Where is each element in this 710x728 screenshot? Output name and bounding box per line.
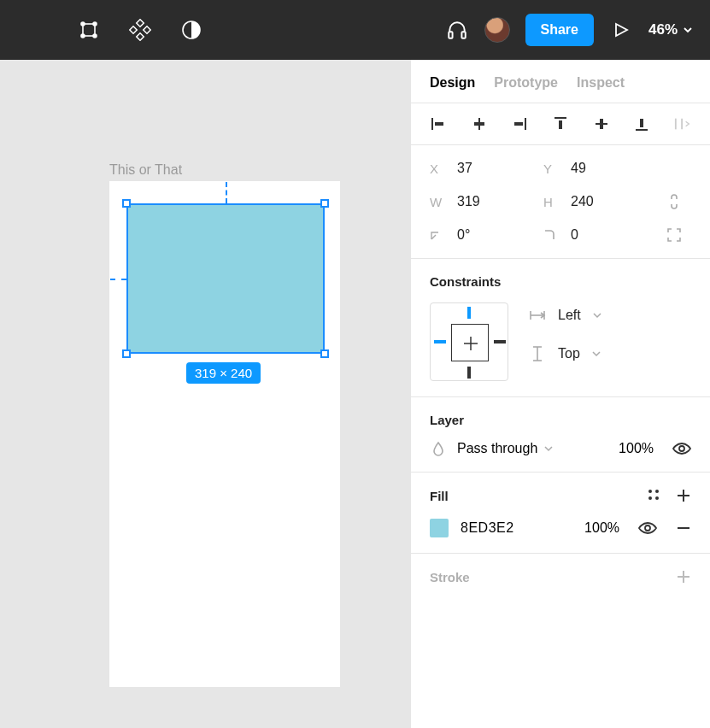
- spacing-guide-left: [110, 279, 126, 280]
- svg-rect-22: [600, 119, 603, 129]
- svg-rect-8: [144, 26, 150, 33]
- chevron-down-icon: [592, 349, 601, 358]
- svg-rect-0: [83, 24, 95, 36]
- user-avatar[interactable]: [484, 17, 510, 43]
- svg-point-3: [81, 34, 85, 38]
- svg-point-38: [648, 496, 652, 500]
- align-left-icon[interactable]: [430, 115, 447, 132]
- tab-inspect[interactable]: Inspect: [577, 75, 625, 91]
- layer-section: Layer Pass through 100%: [411, 397, 710, 473]
- mask-icon[interactable]: [179, 18, 203, 42]
- distribute-icon: [674, 115, 691, 132]
- frame-tool-icon[interactable]: [77, 18, 101, 42]
- horizontal-constraint-dropdown[interactable]: Left: [529, 308, 601, 323]
- svg-point-39: [655, 496, 659, 500]
- fill-visibility-icon[interactable]: [638, 521, 657, 535]
- horizontal-constraint-icon: [529, 309, 546, 321]
- svg-point-35: [679, 446, 684, 451]
- components-icon[interactable]: [128, 18, 152, 42]
- resize-handle-se[interactable]: [320, 349, 329, 358]
- constraint-pin-right[interactable]: [494, 340, 506, 343]
- svg-point-4: [93, 34, 97, 38]
- svg-rect-5: [137, 20, 144, 26]
- svg-rect-10: [449, 32, 452, 38]
- tab-design[interactable]: Design: [430, 75, 475, 91]
- headphones-icon[interactable]: [445, 18, 469, 42]
- zoom-value: 46%: [648, 21, 678, 38]
- blend-mode-icon: [430, 441, 447, 456]
- resize-handle-ne[interactable]: [320, 199, 329, 208]
- prop-y[interactable]: Y49: [543, 161, 657, 176]
- svg-rect-24: [640, 119, 643, 127]
- constraints-title: Constraints: [430, 274, 691, 289]
- align-hcenter-icon[interactable]: [471, 115, 488, 132]
- prop-radius[interactable]: 0: [543, 227, 657, 243]
- selection-dimensions-badge: 319 × 240: [186, 362, 261, 384]
- fill-color-swatch[interactable]: [430, 519, 449, 537]
- svg-rect-16: [474, 122, 484, 126]
- inspector-panel: Design Prototype Inspect X37 Y49 W319 H2…: [410, 60, 710, 728]
- zoom-dropdown[interactable]: 46%: [648, 21, 693, 38]
- alignment-row: [411, 103, 710, 145]
- visibility-toggle-icon[interactable]: [672, 442, 691, 455]
- layer-opacity-input[interactable]: 100%: [619, 441, 654, 456]
- constraints-section: Constraints Left: [411, 259, 710, 397]
- selected-rectangle[interactable]: [126, 203, 325, 354]
- constraint-pin-bottom[interactable]: [467, 367, 471, 379]
- svg-rect-14: [435, 122, 443, 126]
- svg-rect-6: [137, 33, 144, 40]
- blend-mode-dropdown[interactable]: Pass through: [457, 441, 553, 456]
- constraint-pin-left[interactable]: [434, 340, 446, 343]
- constraint-pin-top[interactable]: [467, 307, 471, 319]
- prop-w[interactable]: W319: [430, 194, 543, 209]
- fill-title: Fill: [430, 489, 449, 503]
- svg-rect-11: [461, 32, 465, 38]
- svg-point-37: [655, 490, 659, 493]
- properties-section: X37 Y49 W319 H240 0° 0: [411, 145, 710, 259]
- share-button[interactable]: Share: [525, 14, 594, 46]
- align-top-icon[interactable]: [552, 115, 569, 132]
- svg-rect-7: [130, 26, 137, 33]
- toolbar-right-group: Share 46%: [445, 14, 694, 46]
- constrain-proportions-icon[interactable]: [657, 193, 691, 210]
- fill-section: Fill 8ED3E2 100%: [411, 473, 710, 554]
- prop-h[interactable]: H240: [543, 194, 657, 209]
- vertical-constraint-icon: [529, 345, 546, 362]
- tab-prototype[interactable]: Prototype: [494, 75, 558, 91]
- resize-handle-nw[interactable]: [122, 199, 131, 208]
- prop-x[interactable]: X37: [430, 161, 543, 176]
- canvas-area[interactable]: This or That 319 × 240: [0, 60, 410, 728]
- svg-point-2: [93, 22, 97, 26]
- spacing-guide-top: [226, 182, 227, 203]
- svg-point-36: [648, 490, 652, 493]
- prop-rotation[interactable]: 0°: [430, 227, 543, 243]
- independent-corners-icon[interactable]: [657, 227, 691, 243]
- rotation-icon: [430, 229, 445, 241]
- vertical-constraint-dropdown[interactable]: Top: [529, 345, 601, 362]
- svg-rect-20: [559, 120, 562, 129]
- align-right-icon[interactable]: [511, 115, 528, 132]
- fill-hex-input[interactable]: 8ED3E2: [461, 520, 514, 536]
- stroke-section: Stroke: [411, 554, 710, 591]
- toolbar-left-group: [77, 18, 203, 42]
- svg-point-1: [81, 22, 85, 26]
- corner-radius-icon: [543, 229, 559, 241]
- chevron-down-icon: [683, 25, 693, 35]
- top-toolbar: Share 46%: [0, 0, 710, 60]
- present-icon[interactable]: [609, 18, 633, 42]
- fill-opacity-input[interactable]: 100%: [584, 520, 619, 536]
- svg-rect-18: [514, 122, 523, 126]
- layer-title: Layer: [430, 413, 691, 427]
- resize-handle-sw[interactable]: [122, 349, 131, 358]
- fill-styles-icon[interactable]: [647, 488, 660, 503]
- align-vcenter-icon[interactable]: [593, 115, 610, 132]
- chevron-down-icon: [544, 444, 553, 453]
- align-bottom-icon[interactable]: [633, 115, 650, 132]
- frame-title[interactable]: This or That: [109, 162, 182, 178]
- add-fill-icon[interactable]: [676, 488, 691, 503]
- add-stroke-icon[interactable]: [676, 569, 691, 584]
- constraints-widget[interactable]: [430, 302, 508, 381]
- remove-fill-icon[interactable]: [676, 520, 691, 536]
- svg-point-42: [645, 525, 650, 531]
- svg-marker-12: [616, 24, 627, 36]
